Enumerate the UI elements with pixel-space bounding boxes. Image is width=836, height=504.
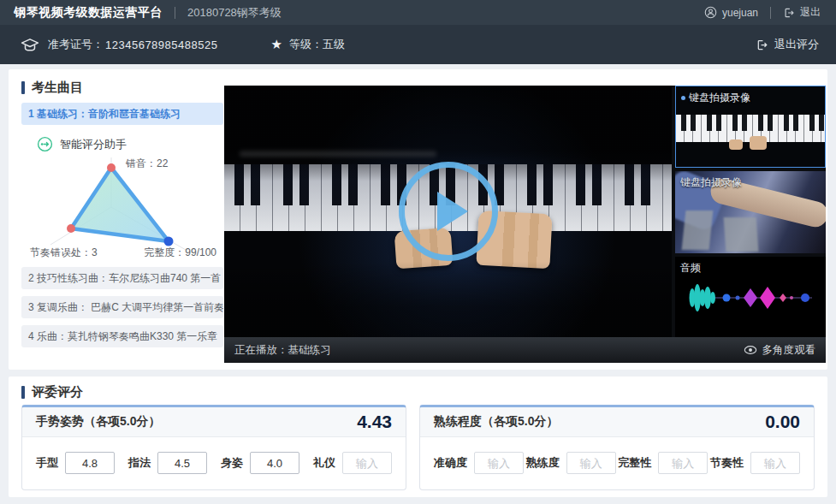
- user-icon: [704, 6, 717, 19]
- scene-blob: [682, 210, 714, 250]
- proficiency-total: 0.00: [765, 412, 800, 432]
- gesture-posture-fields: 手型 指法 身姿 礼仪: [22, 452, 406, 474]
- now-playing-text: 正在播放：基础练习: [234, 343, 331, 358]
- gesture-posture-total: 4.43: [357, 412, 392, 432]
- field-hand-shape: 手型: [36, 452, 115, 474]
- proficiency-title: 熟练程度（各项5.0分）: [434, 414, 558, 430]
- field-label: 礼仪: [313, 455, 335, 471]
- multi-angle-button[interactable]: 多角度观看: [744, 343, 816, 358]
- scoring-title-text: 评委评分: [32, 384, 83, 400]
- song-item-3[interactable]: 3 复调乐曲： 巴赫C 大调平均律第一首前奏曲: [21, 296, 223, 318]
- ai-assistant-label: 智能评分助手: [60, 137, 127, 152]
- logout-icon: [783, 7, 795, 19]
- field-label: 熟练度: [526, 455, 560, 471]
- field-accuracy: 准确度: [434, 452, 524, 474]
- radar-chart-svg: [21, 154, 218, 260]
- field-etiquette: 礼仪: [313, 452, 392, 474]
- field-label: 节奏性: [710, 455, 744, 471]
- player-status-bar: 正在播放：基础练习 多角度观看: [224, 337, 826, 363]
- ai-assistant-icon: [37, 136, 53, 152]
- radar-label-wrong-notes: 错音：22: [126, 157, 168, 171]
- radar-label-rhythm-errors: 节奏错误处：3: [30, 246, 98, 260]
- radar-label-completeness: 完整度：99/100: [144, 246, 216, 260]
- ticket-label: 准考证号：: [48, 37, 104, 52]
- star-icon: ★: [270, 37, 282, 52]
- field-proficiency: 熟练度: [526, 452, 616, 474]
- proficiency-input[interactable]: [566, 452, 616, 474]
- exit-grading-label: 退出评分: [774, 37, 819, 52]
- judges-scoring-card: 评委评分 手势姿势（各项5.0分） 4.43 手型 指法 身姿: [9, 377, 827, 497]
- logout-label: 退出: [800, 5, 821, 20]
- field-label: 手型: [36, 455, 58, 471]
- keyboard-cam-top-panel[interactable]: 键盘拍摄录像: [675, 86, 826, 168]
- repertoire-section-title: 考生曲目: [21, 80, 223, 96]
- exit-grading-button[interactable]: 退出评分: [756, 37, 819, 52]
- etiquette-input[interactable]: [342, 452, 392, 474]
- multi-angle-label: 多角度观看: [762, 343, 816, 358]
- play-icon: [437, 192, 468, 231]
- repertoire-title-text: 考生曲目: [32, 80, 83, 96]
- active-dot-icon: [681, 96, 685, 100]
- play-button[interactable]: [399, 162, 498, 261]
- song-item-1[interactable]: 1 基础练习：音阶和琶音基础练习: [21, 103, 223, 125]
- keyboard-cam-top-label: 键盘拍摄录像: [681, 91, 750, 105]
- song-item-4[interactable]: 4 乐曲：莫扎特钢琴奏鸣曲K330 第一乐章: [21, 325, 223, 347]
- radar-chart: 错音：22 节奏错误处：3 完整度：99/100: [21, 154, 218, 260]
- field-label: 完整性: [618, 455, 651, 471]
- username: yuejuan: [722, 7, 758, 19]
- app-window: 钢琴视频考级数据运营平台 20180728钢琴考级 yuejuan 退出: [0, 0, 836, 504]
- ticket-number: 12345678985488525: [105, 39, 217, 51]
- hand-shape-input[interactable]: [65, 452, 115, 474]
- user-menu[interactable]: yuejuan: [704, 6, 758, 19]
- repertoire-sidebar: 考生曲目 1 基础练习：音阶和琶音基础练习 智能评分助手: [21, 80, 223, 347]
- exam-main-card: 考生曲目 1 基础练习：音阶和琶音基础练习 智能评分助手: [9, 69, 827, 370]
- title-accent-bar: [21, 386, 25, 399]
- title-accent-bar: [21, 81, 25, 94]
- level-value: 五级: [323, 37, 345, 52]
- top-header-bar: 钢琴视频考级数据运营平台 20180728钢琴考级 yuejuan 退出: [0, 0, 836, 25]
- completeness-input[interactable]: [658, 452, 708, 474]
- field-posture: 身姿: [221, 452, 299, 474]
- session-title: 20180728钢琴考级: [187, 5, 282, 21]
- camera-panel-column: 键盘拍摄录像 键盘拍摄录像: [675, 86, 826, 337]
- scoring-section-title: 评委评分: [21, 384, 83, 400]
- divider: [770, 7, 771, 19]
- audio-panel[interactable]: 音频: [675, 257, 826, 337]
- exam-info-bar: 准考证号： 12345678985488525 ★ 等级： 五级 退出评分: [0, 25, 836, 64]
- ai-score-assistant-toggle[interactable]: 智能评分助手: [37, 136, 223, 152]
- proficiency-card: 熟练程度（各项5.0分） 0.00 准确度 熟练度 完整性 节奏性: [419, 405, 815, 490]
- audio-label: 音频: [680, 261, 701, 276]
- app-title: 钢琴视频考级数据运营平台: [14, 5, 163, 21]
- logout-button[interactable]: 退出: [783, 5, 821, 20]
- mini-hand-graphic: [729, 139, 743, 150]
- gesture-posture-card: 手势姿势（各项5.0分） 4.43 手型 指法 身姿 礼仪: [21, 405, 406, 490]
- field-label: 身姿: [221, 455, 243, 471]
- graduation-cap-icon: [21, 38, 39, 52]
- scene-blob: [724, 217, 759, 252]
- accuracy-input[interactable]: [474, 452, 524, 474]
- field-label: 准确度: [434, 455, 467, 471]
- keyboard-cam-side-label: 键盘拍摄录像: [680, 175, 742, 190]
- rhythm-input[interactable]: [750, 452, 800, 474]
- gesture-posture-title: 手势姿势（各项5.0分）: [36, 414, 160, 430]
- divider: [175, 7, 175, 19]
- level-label: 等级：: [289, 37, 323, 52]
- field-label: 指法: [128, 455, 151, 471]
- video-player-zone: 键盘拍摄录像 键盘拍摄录像: [224, 86, 826, 363]
- gesture-posture-header: 手势姿势（各项5.0分） 4.43: [22, 407, 406, 437]
- main-video[interactable]: [224, 86, 672, 337]
- proficiency-fields: 准确度 熟练度 完整性 节奏性: [420, 452, 814, 474]
- eye-icon: [744, 345, 757, 355]
- exit-grading-icon: [756, 39, 768, 51]
- field-completeness: 完整性: [618, 452, 708, 474]
- posture-input[interactable]: [250, 452, 299, 474]
- song-item-2[interactable]: 2 技巧性练习曲：车尔尼练习曲740 第一首: [21, 267, 223, 289]
- field-fingering: 指法: [128, 452, 207, 474]
- fingering-input[interactable]: [157, 452, 207, 474]
- proficiency-header: 熟练程度（各项5.0分） 0.00: [420, 407, 814, 437]
- field-rhythm: 节奏性: [710, 452, 800, 474]
- mini-hand-graphic: [750, 136, 767, 150]
- keyboard-cam-side-panel[interactable]: 键盘拍摄录像: [675, 171, 826, 253]
